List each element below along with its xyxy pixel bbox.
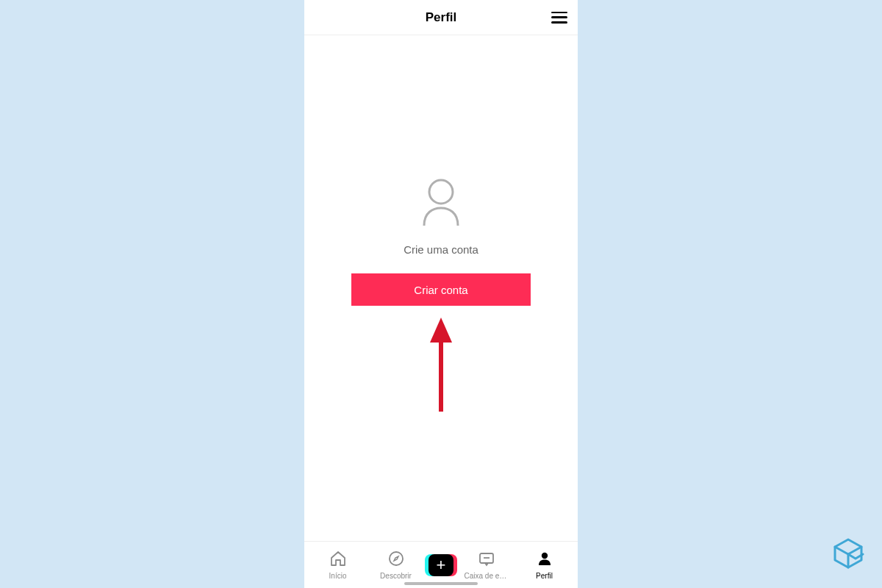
svg-point-0 [429, 180, 453, 204]
nav-home-label: Início [329, 572, 347, 580]
home-icon [329, 550, 347, 570]
person-icon [420, 179, 462, 227]
profile-empty-state: Crie uma conta Criar conta [304, 35, 578, 541]
nav-create-button[interactable]: + [425, 554, 457, 576]
nav-profile-label: Perfil [536, 572, 553, 580]
svg-point-4 [541, 553, 547, 559]
create-account-button[interactable]: Criar conta [351, 273, 531, 306]
create-account-button-label: Criar conta [414, 284, 467, 296]
page-title: Perfil [426, 10, 457, 25]
nav-inbox[interactable]: Caixa de entr... [457, 550, 515, 580]
nav-discover-label: Descobrir [380, 572, 412, 580]
header-bar: Perfil [304, 0, 578, 35]
home-indicator [404, 582, 478, 585]
profile-icon [536, 550, 553, 570]
nav-discover[interactable]: Descobrir [367, 550, 425, 580]
phone-frame: Perfil Crie uma conta Criar conta Início [304, 0, 578, 588]
compass-icon [387, 550, 405, 570]
create-account-prompt: Crie uma conta [404, 243, 478, 256]
plus-icon: + [429, 554, 453, 576]
svg-point-1 [390, 552, 403, 565]
nav-profile[interactable]: Perfil [515, 550, 573, 580]
nav-inbox-label: Caixa de entr... [465, 572, 509, 580]
watermark-icon [831, 537, 866, 575]
inbox-icon [478, 550, 495, 570]
menu-icon[interactable] [551, 12, 567, 24]
bottom-nav: Início Descobrir + Caixa de entr... Perf… [304, 541, 578, 588]
nav-home[interactable]: Início [309, 550, 367, 580]
